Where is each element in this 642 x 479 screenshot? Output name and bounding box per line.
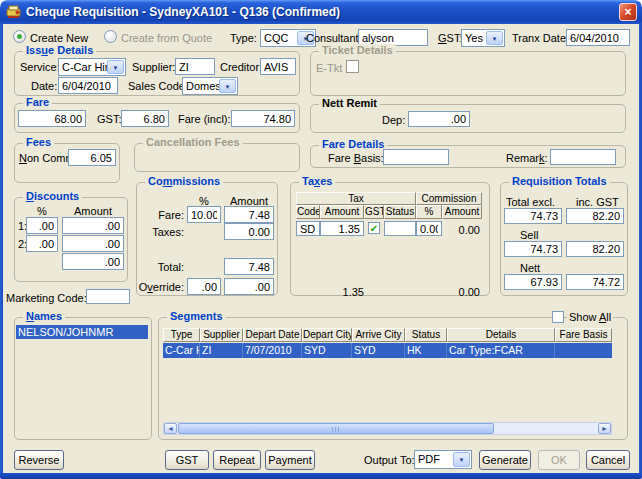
segment-depart-city: SYD xyxy=(302,343,352,358)
tranx-date-label: Tranx Date: xyxy=(512,32,569,44)
non-comm-input[interactable] xyxy=(68,149,116,166)
service-combo[interactable]: C-Car Hire ▼ xyxy=(58,58,126,76)
gst-combo[interactable]: Yes ▼ xyxy=(461,29,505,47)
scrollbar-thumb[interactable] xyxy=(178,423,494,434)
sell-incl-field[interactable] xyxy=(566,241,624,257)
sales-code-label: Sales Code: xyxy=(128,80,188,92)
consultant-label: Consultant: xyxy=(306,32,362,44)
fare-base-input[interactable] xyxy=(18,110,86,127)
segments-col-depart-city: Depart City xyxy=(302,328,352,342)
commissions-title: Commissions xyxy=(145,175,223,187)
show-all-checkbox[interactable] xyxy=(552,311,564,323)
commission-total-amount-input[interactable] xyxy=(224,258,274,275)
segments-hscrollbar[interactable]: ◄ ► xyxy=(163,422,612,435)
segment-status: HK xyxy=(405,343,447,358)
fare-incl-input[interactable] xyxy=(231,110,295,127)
gst-label: GST: xyxy=(438,32,462,44)
segment-type: C-Car Hire xyxy=(163,343,200,358)
radio-create-new-label: Create New xyxy=(30,32,88,44)
requisition-totals-title: Requisition Totals xyxy=(509,175,610,187)
radio-create-from-quote[interactable] xyxy=(104,30,117,43)
creditor-input[interactable] xyxy=(260,58,296,75)
payment-button[interactable]: Payment xyxy=(265,450,315,470)
name-item[interactable]: NELSON/JOHNMR xyxy=(16,325,148,339)
tax-status-input[interactable] xyxy=(384,221,416,236)
date-input[interactable] xyxy=(58,77,118,94)
segments-col-details: Details xyxy=(447,328,555,342)
reverse-button[interactable]: Reverse xyxy=(14,450,64,470)
discount1-amount-input[interactable] xyxy=(62,217,124,234)
close-button[interactable]: × xyxy=(619,3,637,21)
nett-label: Nett xyxy=(520,262,540,274)
app-icon xyxy=(6,4,22,20)
segments-col-type: Type xyxy=(163,328,200,342)
discount1-pct-input[interactable] xyxy=(26,217,58,234)
supplier-input[interactable] xyxy=(175,58,215,75)
repeat-button[interactable]: Repeat xyxy=(213,450,261,470)
nett-remit-title: Nett Remit xyxy=(319,97,380,109)
taxes-col-code: Code xyxy=(296,205,320,219)
creditor-label: Creditor: xyxy=(220,61,262,73)
dep-input[interactable] xyxy=(408,111,470,127)
output-to-combo[interactable]: PDF ▼ xyxy=(414,450,472,469)
taxes-col-pct: % xyxy=(416,205,442,219)
radio-create-new[interactable] xyxy=(13,30,26,43)
commission-total-label: Total: xyxy=(138,261,184,273)
commission-override-pct-input[interactable] xyxy=(187,278,221,295)
etkt-label: E-Tkt xyxy=(316,62,342,74)
discount-total-input[interactable] xyxy=(62,253,124,270)
gst-button[interactable]: GST xyxy=(165,450,209,470)
discount2-amount-input[interactable] xyxy=(62,235,124,252)
segment-supplier: ZI xyxy=(200,343,243,358)
scroll-left-icon[interactable]: ◄ xyxy=(164,423,177,434)
service-label: Service: xyxy=(20,61,60,73)
ticket-details-title: Ticket Details xyxy=(319,44,396,56)
etkt-checkbox[interactable] xyxy=(346,60,359,73)
tax-code-input[interactable] xyxy=(296,221,320,236)
sales-code-combo[interactable]: Domest ▼ xyxy=(182,77,238,95)
remark-input[interactable] xyxy=(550,149,616,165)
taxes-tax-group-header: Tax xyxy=(296,192,416,205)
discounts-title: Discounts xyxy=(23,190,82,202)
segments-col-status: Status xyxy=(405,328,447,342)
commission-fare-amount-input[interactable] xyxy=(224,206,274,223)
cancel-button[interactable]: Cancel xyxy=(586,450,630,470)
ok-button: OK xyxy=(538,450,580,470)
fare-basis-input[interactable] xyxy=(383,149,449,165)
commission-fare-pct-input[interactable] xyxy=(187,206,221,223)
output-to-combo-value: PDF xyxy=(418,453,454,465)
sell-excl-field[interactable] xyxy=(504,241,562,257)
taxes-title: Taxes xyxy=(299,175,335,187)
scrollbar-grip xyxy=(332,427,341,432)
tranx-date-input[interactable] xyxy=(566,29,630,46)
taxes-col-gst: GST xyxy=(364,205,384,219)
segment-fare-basis xyxy=(555,343,612,358)
chevron-down-icon: ▼ xyxy=(219,79,236,93)
segments-col-supplier: Supplier xyxy=(200,328,243,342)
inc-gst-header: inc. GST xyxy=(576,196,619,208)
tax-gst-checkbox[interactable]: ✔ xyxy=(368,222,380,234)
generate-button[interactable]: Generate xyxy=(479,450,531,470)
tax-amount-input[interactable] xyxy=(320,221,364,236)
marketing-code-input[interactable] xyxy=(86,289,130,304)
chevron-down-icon: ▼ xyxy=(486,31,503,45)
output-to-label: Output To: xyxy=(364,454,415,466)
discounts-amount-header: Amount xyxy=(62,205,124,217)
commission-taxes-amount-input[interactable] xyxy=(224,223,274,240)
commission-override-amount-input[interactable] xyxy=(224,278,274,295)
total-incl-field[interactable] xyxy=(566,208,624,224)
segment-row[interactable]: C-Car Hire ZI 7/07/2010 SYD SYD HK Car T… xyxy=(163,343,612,358)
taxes-total-commission: 0.00 xyxy=(442,286,480,298)
radio-create-from-quote-label: Create from Quote xyxy=(121,32,212,44)
nett-incl-field[interactable] xyxy=(566,274,624,290)
fare-gst-input[interactable] xyxy=(121,110,169,127)
commission-fare-label: Fare: xyxy=(138,209,184,221)
tax-comm-pct-input[interactable] xyxy=(416,221,442,236)
sell-label: Sell xyxy=(520,229,538,241)
scroll-right-icon[interactable]: ► xyxy=(598,423,611,434)
discount2-pct-input[interactable] xyxy=(26,235,58,252)
taxes-col-status: Status xyxy=(384,205,416,219)
total-excl-field[interactable] xyxy=(504,208,562,224)
nett-excl-field[interactable] xyxy=(504,274,562,290)
names-title: Names xyxy=(23,310,65,322)
